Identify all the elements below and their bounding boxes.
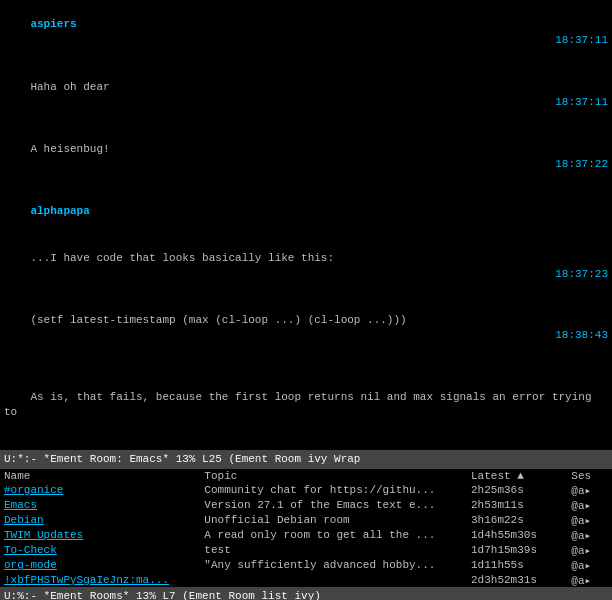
table-row: To-Checktest1d7h15m39s@a▸ (0, 543, 612, 558)
username-alphapapa: alphapapa (30, 205, 89, 217)
room-sess-cell: @a▸ (567, 573, 612, 587)
timestamp: 18:37:11 (555, 33, 608, 48)
room-name-cell[interactable]: Emacs (0, 498, 200, 513)
col-header-topic: Topic (200, 469, 467, 483)
chat-message: alphapapa (4, 189, 608, 235)
timestamp: 18:37:22 (555, 157, 608, 172)
room-latest-cell: 1d7h15m39s (467, 543, 567, 558)
col-header-latest: Latest ▲ (467, 469, 567, 483)
col-header-sess: Ses (567, 469, 612, 483)
chat-message: ...I have code that looks basically like… (4, 236, 608, 298)
chat-area: aspiers 18:37:11 Haha oh dear 18:37:11 A… (0, 0, 612, 450)
table-row: TWIM UpdatesA read only room to get all … (0, 528, 612, 543)
status-bar-bottom: U:%:- *Ement Rooms* 13% L7 (Ement Room l… (0, 587, 612, 601)
chat-message: Haha oh dear 18:37:11 (4, 65, 608, 127)
room-latest-cell: 2d3h52m31s (467, 573, 567, 587)
table-row: !xbfPHSTwPySgaIeJnz:ma...2d3h52m31s@a▸ (0, 573, 612, 587)
table-row: DebianUnofficial Debian room3h16m22s@a▸ (0, 513, 612, 528)
chat-message: As is, that fails, because the first loo… (4, 374, 608, 436)
timestamp: 18:37:11 (555, 95, 608, 110)
chat-message: compare nil. But if I do this, it works: (4, 436, 608, 450)
room-topic-cell: Unofficial Debian room (200, 513, 467, 528)
room-topic-cell (200, 573, 467, 587)
room-topic-cell: "Any sufficiently advanced hobby... (200, 558, 467, 573)
chat-code: (setf latest-timestamp (max (cl-loop ...… (4, 297, 608, 359)
room-name-cell[interactable]: TWIM Updates (0, 528, 200, 543)
room-name-cell[interactable]: org-mode (0, 558, 200, 573)
room-name-cell[interactable]: !xbfPHSTwPySgaIeJnz:ma... (0, 573, 200, 587)
room-topic-cell: Community chat for https://githu... (200, 483, 467, 498)
table-row: org-mode"Any sufficiently advanced hobby… (0, 558, 612, 573)
room-topic-cell: test (200, 543, 467, 558)
room-sess-cell: @a▸ (567, 558, 612, 573)
room-topic-cell: Version 27.1 of the Emacs text e... (200, 498, 467, 513)
room-latest-cell: 1d4h55m30s (467, 528, 567, 543)
room-table-area: Name Topic Latest ▲ Ses #organiceCommuni… (0, 469, 612, 587)
room-latest-cell: 3h16m22s (467, 513, 567, 528)
room-topic-cell: A read only room to get all the ... (200, 528, 467, 543)
room-name-cell[interactable]: To-Check (0, 543, 200, 558)
username-aspiers: aspiers (30, 18, 76, 30)
room-latest-cell: 2h25m36s (467, 483, 567, 498)
room-sess-cell: @a▸ (567, 498, 612, 513)
chat-message: A heisenbug! 18:37:22 (4, 126, 608, 188)
room-sess-cell: @a▸ (567, 528, 612, 543)
table-row: EmacsVersion 27.1 of the Emacs text e...… (0, 498, 612, 513)
timestamp: 18:38:43 (555, 328, 608, 343)
timestamp: 18:37:23 (555, 267, 608, 282)
status-top-label: U:*:- *Ement Room: Emacs* 13% L25 (Ement… (4, 453, 360, 465)
blank-line (4, 359, 608, 374)
room-table: Name Topic Latest ▲ Ses #organiceCommuni… (0, 469, 612, 587)
room-latest-cell: 2h53m11s (467, 498, 567, 513)
room-latest-cell: 1d11h55s (467, 558, 567, 573)
chat-message: aspiers 18:37:11 (4, 2, 608, 64)
room-sess-cell: @a▸ (567, 513, 612, 528)
room-sess-cell: @a▸ (567, 543, 612, 558)
room-name-cell[interactable]: #organice (0, 483, 200, 498)
status-bottom-label: U:%:- *Ement Rooms* 13% L7 (Ement Room l… (4, 590, 321, 601)
table-row: #organiceCommunity chat for https://gith… (0, 483, 612, 498)
status-bar-top: U:*:- *Ement Room: Emacs* 13% L25 (Ement… (0, 450, 612, 469)
table-header-row: Name Topic Latest ▲ Ses (0, 469, 612, 483)
room-name-cell[interactable]: Debian (0, 513, 200, 528)
room-sess-cell: @a▸ (567, 483, 612, 498)
col-header-name: Name (0, 469, 200, 483)
